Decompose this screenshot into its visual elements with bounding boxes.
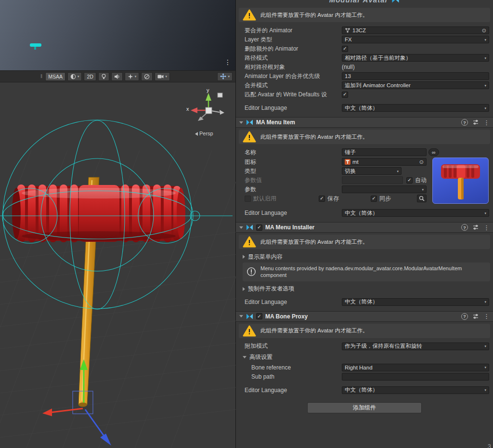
help-icon[interactable] xyxy=(461,313,468,320)
gizmo-center-cube[interactable] xyxy=(206,107,212,114)
link-infinity-button[interactable] xyxy=(428,148,439,156)
field-label: 合并模式 xyxy=(245,81,342,90)
name-input[interactable]: 锤子 xyxy=(342,148,427,156)
2d-toggle-button[interactable]: 2D xyxy=(84,72,96,81)
bone-reference-row: Bone reference Right Hand xyxy=(236,363,489,372)
bone-proxy-section: 此组件需要放置于你的 Avatar 内才能工作。 附加模式 作为子级，保持原有位… xyxy=(236,324,493,395)
component-menu-kebab-icon[interactable] xyxy=(483,313,490,319)
save-checkbox[interactable] xyxy=(319,196,325,202)
layer-type-dropdown[interactable]: FX xyxy=(342,36,489,43)
merge-mode-dropdown[interactable]: 追加到 Animator Controller xyxy=(342,81,489,89)
dropdown-caret-icon xyxy=(78,75,79,78)
auto-label: 自动 xyxy=(415,176,427,184)
component-enabled-checkbox[interactable] xyxy=(256,224,262,231)
editor-language-dropdown[interactable]: 中文（简体） xyxy=(342,209,489,217)
projection-label[interactable]: Persp xyxy=(195,131,213,136)
hidden-objects-toggle[interactable] xyxy=(141,72,153,81)
warning-text: 此组件需要放置于你的 Avatar 内才能工作。 xyxy=(260,327,368,334)
editor-language-dropdown[interactable]: 中文（简体） xyxy=(342,386,489,394)
path-mode-dropdown[interactable]: 相对路径（基于当前对象） xyxy=(342,54,489,62)
parameter-dropdown[interactable] xyxy=(342,185,427,193)
dropdown-caret-icon xyxy=(419,188,424,191)
lighting-toggle-button[interactable] xyxy=(98,72,109,81)
effects-dropdown[interactable] xyxy=(125,72,140,81)
foldout-arrow-icon[interactable] xyxy=(239,226,243,229)
component-menu-kebab-icon[interactable] xyxy=(483,224,490,231)
object-picker-icon[interactable] xyxy=(417,159,424,165)
help-icon[interactable] xyxy=(461,224,468,231)
editor-language-dropdown[interactable]: 中文（简体） xyxy=(342,298,489,306)
delete-animator-checkbox[interactable] xyxy=(342,46,348,52)
scene-viewport[interactable] xyxy=(0,83,236,448)
modular-avatar-component-icon xyxy=(246,119,253,125)
foldout-arrow-icon xyxy=(243,287,245,291)
component-title: MA Menu Installer xyxy=(265,224,314,231)
camera-dropdown[interactable] xyxy=(155,72,170,81)
component-enabled-checkbox[interactable] xyxy=(256,313,262,319)
object-picker-icon[interactable] xyxy=(480,28,486,33)
warning-helpbox: 此组件需要放置于你的 Avatar 内才能工作。 xyxy=(239,8,490,22)
gizmos-dropdown[interactable] xyxy=(217,72,233,81)
layer-priority-input[interactable]: 13 xyxy=(342,72,489,80)
view-cube-icon xyxy=(218,93,222,97)
presets-icon[interactable] xyxy=(473,224,479,230)
hammer-model[interactable] xyxy=(12,177,185,407)
merge-animator-section: 此组件需要放置于你的 Avatar 内才能工作。 要合并的 Animator 1… xyxy=(236,8,493,112)
menu-item-header[interactable]: MA Menu Item xyxy=(236,117,493,128)
dropdown-caret-icon xyxy=(481,388,486,392)
sync-checkbox[interactable] xyxy=(371,196,377,202)
orientation-gizmo[interactable] xyxy=(191,93,224,121)
msaa-button[interactable]: MSAA xyxy=(45,72,65,81)
match-write-defaults-row: 匹配 Avatar 的 Write Defaults 设 xyxy=(236,90,489,99)
default-on-checkbox[interactable] xyxy=(245,196,251,202)
editor-language-dropdown[interactable]: 中文（简体） xyxy=(342,104,489,112)
auto-checkbox[interactable] xyxy=(406,177,413,184)
scene-view[interactable]: MSAA 2D xyxy=(0,0,236,448)
warning-text: 此组件需要放置于你的 Avatar 内才能工作。 xyxy=(260,133,368,141)
dropdown-caret-icon xyxy=(481,38,486,41)
warning-triangle-icon xyxy=(243,131,256,143)
dropdown-caret-icon xyxy=(481,56,486,60)
editor-language-row: Editor Language 中文（简体） xyxy=(236,209,489,217)
draw-mode-dropdown[interactable] xyxy=(67,72,82,81)
warning-text: 此组件需要放置于你的 Avatar 内才能工作。 xyxy=(260,12,368,19)
foldout-arrow-icon[interactable] xyxy=(239,121,243,124)
add-component-button[interactable]: 添加组件 xyxy=(307,402,422,413)
sub-path-input[interactable] xyxy=(342,373,489,381)
translate-handle-z[interactable] xyxy=(85,409,111,446)
move-gizmo-icon xyxy=(220,73,226,79)
help-icon[interactable] xyxy=(461,119,468,126)
shaded-sphere-icon xyxy=(70,74,76,79)
field-label: Editor Language xyxy=(245,299,342,305)
parameter-search-button[interactable] xyxy=(417,195,427,202)
field-label: 要合并的 Animator xyxy=(245,26,342,35)
audio-toggle-button[interactable] xyxy=(111,72,123,81)
icon-row: 图标 mt xyxy=(236,158,427,166)
menu-installer-header[interactable]: MA Menu Installer xyxy=(236,222,493,233)
presets-icon[interactable] xyxy=(473,314,479,319)
component-menu-kebab-icon[interactable] xyxy=(483,119,490,126)
match-write-defaults-checkbox[interactable] xyxy=(342,92,348,98)
crossed-circle-icon xyxy=(144,74,150,79)
advanced-settings-foldout[interactable]: 高级设置 xyxy=(243,354,489,361)
icon-object-field[interactable]: mt xyxy=(342,158,427,166)
foldout-arrow-icon[interactable] xyxy=(239,315,243,317)
animator-object-field[interactable]: 13CZ xyxy=(342,26,489,34)
field-label: 参数值 xyxy=(245,176,342,184)
toolbar-drag-handle[interactable] xyxy=(40,74,42,79)
show-menu-foldout[interactable]: 显示菜单内容 xyxy=(243,253,489,261)
prefab-dev-foldout[interactable]: 预制件开发者选项 xyxy=(243,285,489,293)
field-label: Layer 类型 xyxy=(245,36,342,44)
warning-triangle-icon xyxy=(243,325,256,337)
scene-menu-kebab-icon[interactable] xyxy=(224,59,231,66)
type-dropdown[interactable]: 切换 xyxy=(342,167,402,175)
field-label: Bone reference xyxy=(251,364,342,371)
bone-reference-dropdown[interactable]: Right Hand xyxy=(342,364,489,371)
attach-mode-dropdown[interactable]: 作为子级，保持原有位置和旋转 xyxy=(342,343,489,350)
sync-label: 同步 xyxy=(379,195,391,203)
warning-triangle-icon xyxy=(243,236,256,248)
menu-icon-preview xyxy=(432,158,489,204)
presets-icon[interactable] xyxy=(473,119,479,125)
param-value-input xyxy=(342,176,403,184)
bone-proxy-header[interactable]: MA Bone Proxy xyxy=(236,311,493,322)
